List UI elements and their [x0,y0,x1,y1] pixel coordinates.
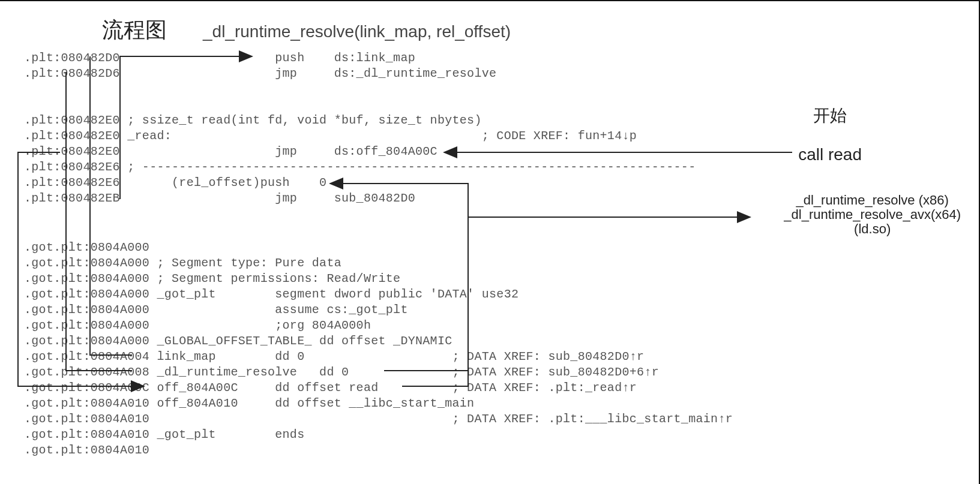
label-dl-resolve: _dl_runtime_resolve (x86) _dl_runtime_re… [784,193,961,236]
got-plt-section: .got.plt:0804A000 .got.plt:0804A000 ; Se… [24,240,733,458]
flowchart-label: 流程图 [102,16,167,45]
resolve-signature: _dl_runtime_resolve(link_map, rel_offset… [203,22,511,41]
label-start: 开始 [813,104,847,127]
label-call-read: call read [798,145,862,164]
title-row: 流程图 _dl_runtime_resolve(link_map, rel_of… [102,16,511,45]
resolve-x64: _dl_runtime_resolve_avx(x64) [784,208,961,222]
resolve-x86: _dl_runtime_resolve (x86) [784,193,961,208]
resolve-ldso: (ld.so) [784,222,961,236]
plt-section: .plt:080482D0 push ds:link_map .plt:0804… [24,50,696,206]
